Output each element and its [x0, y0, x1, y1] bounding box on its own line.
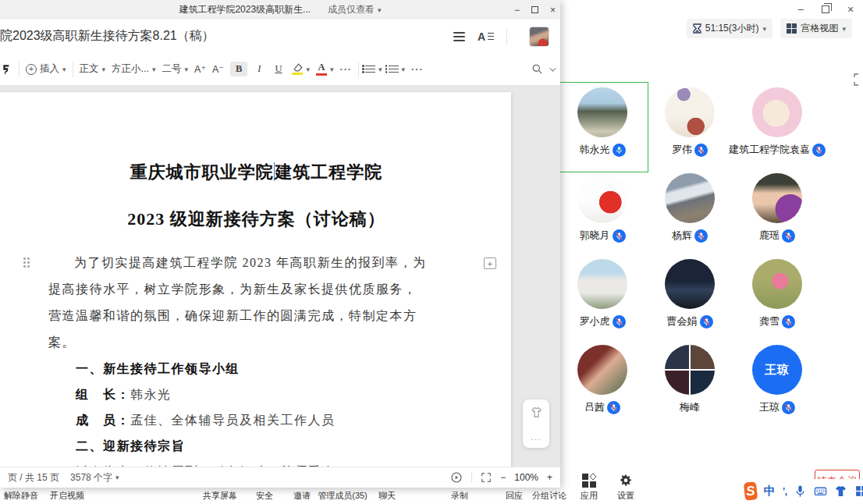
- mic-muted-icon: [607, 401, 620, 414]
- size-label: 二号: [162, 62, 182, 76]
- ime-mic-icon[interactable]: [794, 484, 807, 498]
- hourglass-icon: [693, 23, 701, 34]
- meeting-timer-button[interactable]: 51:15(3小时) ▾: [687, 19, 772, 38]
- chevron-down-icon: ▾: [402, 66, 406, 73]
- participant-name: 王琼: [759, 400, 780, 414]
- drag-handle-icon[interactable]: [23, 257, 30, 268]
- view-mode-button[interactable]: 宫格视图 ▾: [780, 19, 852, 38]
- toolbar-button-label: 管理成员(35): [318, 490, 368, 502]
- numbered-list-button[interactable]: ▾: [389, 66, 406, 73]
- toolbar-button-label: 安全: [256, 490, 273, 502]
- toolbar-button-label: 回应: [506, 490, 523, 502]
- participant-name: 杨辉: [672, 229, 692, 243]
- doc-paragraph-line: 营造温馨和谐的氛围，确保迎新工作的圆满完成，特制定本方: [48, 303, 464, 329]
- participant-tile[interactable]: 王琼 王琼: [733, 342, 821, 428]
- participant-tile[interactable]: 罗伟: [646, 84, 733, 170]
- close-icon[interactable]: ×: [550, 5, 556, 16]
- word-count-dropdown[interactable]: 3578 个字▾: [70, 471, 119, 484]
- participant-tile[interactable]: 建筑工程学院袁嘉: [733, 84, 821, 170]
- zoom-out-button[interactable]: −: [500, 472, 506, 483]
- divider: [73, 62, 73, 77]
- document-window-controls: − ×: [514, 0, 556, 20]
- mic-muted-icon: [782, 229, 795, 243]
- screen: − × 51:15(3小时) ▾ 宫格视图 ▾ 韩永光: [0, 0, 863, 504]
- participant-tile[interactable]: 罗小虎: [559, 256, 646, 342]
- participant-tile[interactable]: 吕茜: [559, 342, 646, 428]
- participant-tile[interactable]: 韩永光: [559, 84, 646, 170]
- toolbar-button-label: 应用: [581, 490, 598, 502]
- document-page[interactable]: 重庆城市职业学院建筑工程学院 2023 级迎新接待方案（讨论稿） 为了切实提高建…: [0, 92, 511, 467]
- more-icon: ···: [531, 438, 542, 441]
- meeting-window-controls: − ×: [794, 3, 857, 16]
- underline-button[interactable]: U: [271, 62, 286, 76]
- minimize-icon[interactable]: −: [514, 5, 520, 16]
- fit-page-icon[interactable]: [481, 472, 492, 483]
- font-size-dropdown[interactable]: 二号▾: [162, 62, 189, 76]
- text-format-icon[interactable]: A: [478, 30, 494, 43]
- chevron-down-icon: ▾: [378, 66, 382, 73]
- participant-tile[interactable]: 杨辉: [646, 170, 733, 256]
- more-formatting-button[interactable]: ···: [340, 64, 353, 75]
- mic-muted-icon: [782, 315, 795, 328]
- highlight-color-button[interactable]: ▾: [292, 63, 310, 76]
- bold-button[interactable]: B: [230, 62, 247, 76]
- close-icon[interactable]: ×: [844, 3, 857, 16]
- chevron-down-icon: ▾: [152, 66, 156, 73]
- maximize-icon[interactable]: [531, 6, 538, 13]
- word-count: 3578 个字: [70, 471, 112, 484]
- play-mode-icon[interactable]: [450, 471, 463, 484]
- font-color-button[interactable]: A ▾: [316, 62, 334, 76]
- apps-button[interactable]: 应用: [581, 473, 598, 502]
- participant-tile[interactable]: 曹会娟: [646, 256, 733, 342]
- insert-dropdown[interactable]: + 插入 ▾: [26, 62, 66, 76]
- ime-keyboard-icon[interactable]: [814, 484, 827, 498]
- settings-button[interactable]: 设置: [617, 473, 634, 502]
- increase-font-button[interactable]: A⁺: [194, 63, 206, 75]
- collapse-toolbar-icon[interactable]: [549, 67, 554, 72]
- format-painter-icon[interactable]: [2, 63, 12, 75]
- toolbar-button-label: 开启视频: [50, 490, 84, 502]
- ime-punctuation-toggle[interactable]: ’,: [783, 485, 787, 497]
- style-label: 正文: [80, 62, 99, 76]
- doc-section-heading: 二、迎新接待宗旨: [48, 433, 464, 459]
- toolbar-button-label: 分组讨论: [532, 490, 566, 502]
- participant-tile[interactable]: 鹿瑶: [733, 170, 821, 256]
- participant-avatar: [577, 173, 627, 223]
- account-avatar[interactable]: [529, 27, 549, 47]
- search-icon[interactable]: [531, 63, 543, 75]
- more-tools-button[interactable]: ···: [411, 64, 424, 75]
- chevron-down-icon: ▾: [842, 25, 846, 33]
- ime-language-toggle[interactable]: 中: [764, 484, 776, 499]
- italic-button[interactable]: I: [254, 62, 265, 76]
- ime-skin-icon[interactable]: [834, 484, 847, 498]
- paragraph-style-dropdown[interactable]: 正文▾: [80, 62, 106, 76]
- participant-name: 曹会娟: [667, 314, 698, 328]
- skin-panel[interactable]: ···: [523, 399, 549, 448]
- participant-tile[interactable]: 郭晓月: [559, 170, 646, 256]
- font-family-dropdown[interactable]: 方正小...▾: [112, 62, 155, 76]
- sogou-logo-icon[interactable]: S: [744, 481, 758, 501]
- participant-tile[interactable]: 梅峰: [646, 342, 733, 428]
- decrease-font-button[interactable]: A⁻: [212, 63, 224, 75]
- ime-toolbox-icon[interactable]: [854, 484, 863, 498]
- add-comment-icon[interactable]: +: [484, 257, 496, 269]
- participant-avatar: [577, 345, 627, 395]
- zoom-in-button[interactable]: +: [547, 472, 552, 483]
- restore-icon[interactable]: [819, 3, 832, 16]
- document-titlebar[interactable]: 建筑工程学院2023级高职新生... 成员仅查看 ▾ − ×: [0, 0, 560, 20]
- participant-avatar: 王琼: [752, 345, 802, 395]
- document-canvas[interactable]: 重庆城市职业学院建筑工程学院 2023 级迎新接待方案（讨论稿） 为了切实提高建…: [0, 86, 560, 467]
- participant-name: 鹿瑶: [759, 229, 780, 243]
- chevron-down-icon: ▾: [185, 66, 189, 73]
- participant-name: 吕茜: [584, 400, 605, 414]
- participant-avatar: [665, 173, 715, 223]
- fullscreen-icon[interactable]: [854, 73, 863, 86]
- bullet-list-button[interactable]: ▾: [365, 66, 382, 73]
- minimize-icon[interactable]: −: [794, 3, 807, 16]
- participant-name: 韩永光: [580, 143, 610, 157]
- menu-icon[interactable]: [453, 32, 465, 41]
- chevron-down-icon: ▾: [762, 25, 766, 33]
- participant-avatar: [752, 87, 802, 137]
- permission-mode-dropdown[interactable]: 成员仅查看 ▾: [328, 3, 382, 16]
- participant-tile[interactable]: 龚雪: [733, 256, 821, 342]
